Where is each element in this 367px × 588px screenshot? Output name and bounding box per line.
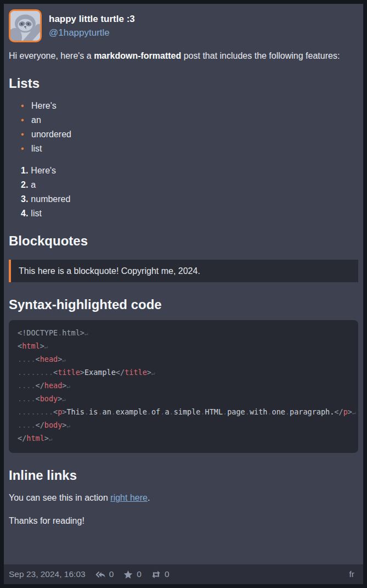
unordered-list: Here's an unordered list <box>9 99 358 156</box>
ordered-list: 1.Here's 2.a 3.numbered 4.list <box>9 164 358 221</box>
link-text-pre: You can see this in action <box>9 493 110 502</box>
reply-button[interactable]: 0 <box>95 569 114 580</box>
boost-count: 0 <box>165 569 170 579</box>
post-header: happy little turtle :3 @1happyturtle <box>9 9 358 42</box>
favourite-button[interactable]: 0 <box>123 569 142 580</box>
reply-all-icon <box>95 569 106 580</box>
post-content: happy little turtle :3 @1happyturtle Hi … <box>4 4 363 564</box>
intro-text-post: post that includes the following feature… <box>181 51 340 60</box>
post-footer: Sep 23, 2024, 16:03 0 0 <box>4 564 363 584</box>
list-item: unordered <box>21 127 358 142</box>
intro-paragraph: Hi everyone, here's a markdown-formatted… <box>9 49 358 63</box>
language-tag: fr <box>349 569 354 579</box>
list-text: numbered <box>31 194 70 204</box>
code-line: ....</body>↵ <box>18 419 349 432</box>
timestamp[interactable]: Sep 23, 2024, 16:03 <box>9 569 86 579</box>
list-number: 4. <box>21 209 28 218</box>
list-item: Here's <box>21 99 358 113</box>
list-item: an <box>21 113 358 127</box>
code-line: ....<body>↵ <box>18 393 349 406</box>
list-item: 3.numbered <box>21 192 358 206</box>
boost-icon <box>151 569 161 580</box>
list-number: 1. <box>21 166 28 175</box>
outro-paragraph: Thanks for reading! <box>9 514 358 528</box>
right-here-link[interactable]: right here <box>110 493 148 502</box>
list-text: Here's <box>31 166 56 175</box>
favourite-count: 0 <box>137 569 142 579</box>
code-heading: Syntax-highlighted code <box>9 296 358 312</box>
code-line: ........<title>Example</title>↵ <box>18 366 349 379</box>
post-frame: happy little turtle :3 @1happyturtle Hi … <box>0 0 367 588</box>
list-item: 1.Here's <box>21 164 358 178</box>
list-item: list <box>21 142 358 156</box>
boost-button[interactable]: 0 <box>151 569 170 580</box>
lists-heading: Lists <box>9 75 358 91</box>
code-line: <html>↵ <box>18 340 349 353</box>
post-panel: happy little turtle :3 @1happyturtle Hi … <box>4 4 363 584</box>
list-text: list <box>31 209 42 218</box>
code-line: ....<head>↵ <box>18 353 349 366</box>
handle[interactable]: @1happyturtle <box>49 27 135 38</box>
list-item: 4.list <box>21 206 358 221</box>
link-text-post: . <box>148 493 150 502</box>
code-line: ........<p>This.is.an.example.of.a.simpl… <box>18 406 349 419</box>
display-name[interactable]: happy little turtle :3 <box>49 14 135 25</box>
code-line: <!DOCTYPE.html>↵ <box>18 327 349 340</box>
code-block: <!DOCTYPE.html>↵<html>↵....<head>↵......… <box>9 320 358 453</box>
link-paragraph: You can see this in action right here. <box>9 491 358 505</box>
list-number: 3. <box>21 194 28 204</box>
author-block: happy little turtle :3 @1happyturtle <box>49 9 135 42</box>
code-line: ....</head>↵ <box>18 379 349 393</box>
blockquote: This here is a blockquote! Copyright me,… <box>9 260 358 282</box>
list-text: a <box>31 180 36 189</box>
code-line: </html>↵ <box>18 432 349 445</box>
blockquotes-heading: Blockquotes <box>9 233 358 249</box>
avatar[interactable] <box>9 9 42 42</box>
inline-links-heading: Inline links <box>9 467 358 483</box>
intro-text-bold: markdown-formatted <box>94 51 181 60</box>
list-item: 2.a <box>21 178 358 192</box>
intro-text-pre: Hi everyone, here's a <box>9 51 94 60</box>
star-icon <box>123 569 133 580</box>
list-number: 2. <box>21 180 28 189</box>
sloth-avatar-icon <box>10 11 40 41</box>
reply-count: 0 <box>109 569 114 579</box>
